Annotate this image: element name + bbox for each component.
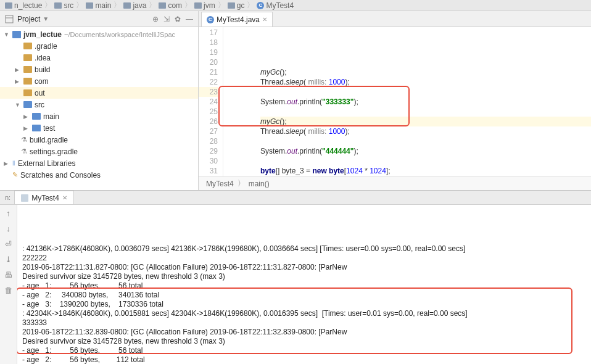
folder-icon	[23, 43, 32, 49]
gear-icon[interactable]: ✿	[175, 15, 181, 23]
folder-icon	[23, 101, 32, 108]
gutter: 1718192021222324252627282930313233	[199, 27, 223, 176]
console-panel: n: MyTest4 ✕ ↑ ↓ ⏎ ⤓ 🖶 🗑 51CTO博客 : 42136…	[0, 190, 591, 364]
editor-tab[interactable]: C MyTest4.java ✕	[201, 12, 273, 27]
tree-folder[interactable]: ▶test	[0, 122, 198, 134]
breadcrumb-item[interactable]: n_lectue	[5, 1, 42, 10]
gradle-icon: ⚗	[21, 147, 27, 155]
breadcrumb-item[interactable]: java	[123, 1, 146, 10]
project-view-icon	[5, 15, 14, 23]
breadcrumb-item[interactable]: gc	[228, 1, 245, 10]
folder-icon	[32, 125, 41, 131]
libraries-icon: ⫴	[12, 159, 15, 167]
folder-icon	[23, 89, 32, 96]
svg-rect-0	[6, 15, 13, 23]
collapse-icon[interactable]: ⊕	[152, 15, 159, 23]
close-icon[interactable]: ✕	[262, 16, 267, 23]
project-panel-title[interactable]: Project	[17, 15, 40, 23]
svg-rect-3	[21, 194, 28, 202]
project-root[interactable]: ▼ jvm_lectue ~/Documents/workspace/Intel…	[0, 28, 198, 40]
scratches[interactable]: ✎Scratches and Consoles	[0, 169, 198, 181]
editor-status-bar: MyTest4 〉 main()	[199, 176, 591, 190]
up-icon[interactable]: ↑	[6, 209, 10, 218]
soft-wrap-icon[interactable]: ⏎	[5, 239, 12, 249]
console-toolbar: ↑ ↓ ⏎ ⤓ 🖶 🗑	[0, 205, 17, 364]
tree-folder[interactable]: ▶main	[0, 110, 198, 122]
folder-icon	[23, 78, 32, 85]
project-panel-header: Project ▼ ⊕ ⇲ ✿ —	[0, 11, 198, 27]
folder-icon	[23, 54, 32, 61]
console-output[interactable]: 51CTO博客 : 42136K->1786K(46080K), 0.00360…	[17, 205, 591, 364]
scratches-icon: ✎	[12, 171, 18, 179]
status-class[interactable]: MyTest4	[206, 180, 234, 188]
external-libraries[interactable]: ▶⫴External Libraries	[0, 157, 198, 169]
folder-icon	[32, 113, 41, 120]
breadcrumb-bar: n_lectue〉 src〉 main〉 java〉 com〉 jvm〉 gc〉…	[0, 0, 591, 11]
chevron-down-icon[interactable]: ▼	[43, 15, 49, 22]
code-area[interactable]: myGc();Thread.sleep( millis: 1000);Syste…	[223, 27, 591, 176]
breadcrumb-item[interactable]: com	[159, 1, 182, 10]
gradle-icon: ⚗	[21, 136, 27, 144]
folder-icon	[23, 66, 32, 73]
breadcrumb-item[interactable]: CMyTest4	[257, 1, 294, 10]
tree-folder[interactable]: ▶com	[0, 75, 198, 87]
breadcrumb-item[interactable]: main	[86, 1, 111, 10]
editor-tab-bar: C MyTest4.java ✕	[199, 11, 591, 27]
expand-icon[interactable]: ⇲	[163, 15, 170, 23]
status-method[interactable]: main()	[249, 180, 270, 188]
run-config-icon	[21, 194, 28, 202]
scroll-end-icon[interactable]: ⤓	[5, 255, 12, 264]
tree-folder[interactable]: out	[0, 87, 198, 99]
tree-folder[interactable]: ▶build	[0, 64, 198, 75]
console-tab[interactable]: MyTest4 ✕	[14, 191, 74, 204]
close-icon[interactable]: ✕	[62, 194, 67, 201]
tree-folder[interactable]: .gradle	[0, 40, 198, 52]
tree-file[interactable]: ⚗build.gradle	[0, 134, 198, 146]
class-icon: C	[207, 16, 214, 23]
down-icon[interactable]: ↓	[6, 224, 10, 233]
project-panel: Project ▼ ⊕ ⇲ ✿ — ▼ jvm_lectue ~/Documen…	[0, 11, 199, 190]
console-tab-bar: n: MyTest4 ✕	[0, 191, 591, 205]
breadcrumb-item[interactable]: jvm	[194, 1, 215, 10]
project-tree[interactable]: ▼ jvm_lectue ~/Documents/workspace/Intel…	[0, 27, 198, 190]
run-label: n:	[5, 194, 14, 201]
module-icon	[12, 31, 21, 38]
trash-icon[interactable]: 🗑	[4, 286, 12, 295]
tree-file[interactable]: ⚗settings.gradle	[0, 146, 198, 157]
editor-body[interactable]: 1718192021222324252627282930313233 myGc(…	[199, 27, 591, 176]
tree-folder[interactable]: ▼src	[0, 99, 198, 110]
svg-rect-2	[12, 31, 21, 38]
breadcrumb-item[interactable]: src	[54, 1, 73, 10]
tree-folder[interactable]: .idea	[0, 52, 198, 64]
editor-panel: C MyTest4.java ✕ 17181920212223242526272…	[199, 11, 591, 190]
hide-icon[interactable]: —	[186, 15, 193, 23]
print-icon[interactable]: 🖶	[4, 270, 12, 279]
